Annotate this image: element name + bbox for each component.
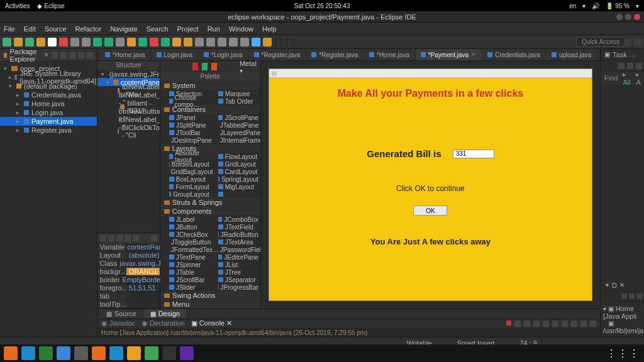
palette-item[interactable]: JLayeredPane (209, 129, 258, 136)
link-icon[interactable] (60, 52, 67, 58)
design-canvas[interactable]: Make All your Payments in a few clicks G… (261, 61, 600, 309)
laf-selector[interactable]: Metal ▾ (240, 61, 257, 74)
palette-item[interactable]: JSlider (160, 283, 209, 291)
toolbar-icon[interactable] (3, 38, 11, 47)
perspective-java-icon[interactable] (624, 38, 631, 46)
toolbar-icon[interactable] (127, 38, 136, 47)
menu-search[interactable]: Search (147, 25, 169, 33)
apps-grid-icon[interactable]: ⋮⋮⋮ (606, 348, 640, 359)
menu-help[interactable]: Help (262, 25, 277, 33)
tool-icon[interactable] (164, 63, 170, 70)
palette-item[interactable]: CardLayout (209, 168, 258, 175)
menu-refactor[interactable]: Refactor (75, 25, 102, 33)
menu-window[interactable]: Window (229, 25, 253, 33)
toolbar-icon[interactable] (218, 38, 226, 47)
palette-item[interactable]: JTextField (209, 223, 258, 231)
tree-item[interactable]: ▸Payment.java (0, 117, 97, 126)
palette-item[interactable]: JSpinner (160, 261, 209, 268)
editor-tab[interactable]: *Home.java (100, 49, 150, 60)
find-bar[interactable]: Find▸ All▸ A (601, 72, 644, 84)
debug-view-tab[interactable]: ✶ D ✕ (601, 280, 644, 291)
mini-icon[interactable] (618, 63, 625, 69)
palette-item[interactable]: JPasswordField (209, 246, 258, 253)
palette-group[interactable]: System (160, 81, 260, 90)
palette-item[interactable]: Marquee (209, 90, 258, 97)
remove-icon[interactable] (514, 321, 521, 327)
palette-item[interactable]: JPanel (160, 114, 209, 121)
editor-tab[interactable]: *Login.java (199, 49, 247, 60)
palette-item[interactable]: JRadioButton (209, 231, 258, 238)
editor-tab[interactable]: upload.java (547, 49, 596, 60)
clear-icon[interactable] (533, 321, 540, 327)
maximize-button[interactable] (625, 14, 631, 20)
menu-edit[interactable]: Edit (24, 25, 36, 33)
jframe-preview[interactable]: Make All your Payments in a few clicks G… (269, 69, 592, 301)
palette-item[interactable] (209, 190, 258, 198)
property-row[interactable]: Classjavax.swing.JP… (97, 260, 160, 268)
toolbar-icon[interactable] (93, 38, 102, 47)
tool-icon[interactable] (174, 63, 179, 70)
palette-item[interactable]: JFormattedTex… (160, 246, 209, 253)
prop-icon[interactable] (133, 235, 139, 241)
palette-item[interactable]: JLabel (160, 216, 209, 223)
palette-item[interactable]: JButton (160, 223, 209, 231)
goto-icon[interactable] (151, 235, 157, 241)
palette-item[interactable]: JEditorPane (209, 253, 258, 261)
palette-item[interactable]: JScrollPane (209, 114, 258, 121)
min-icon[interactable] (580, 321, 587, 327)
bill-field[interactable] (453, 150, 494, 158)
tool-icon[interactable] (183, 63, 189, 70)
menu-icon[interactable] (69, 52, 75, 58)
palette-item[interactable]: SpringLayout (209, 175, 258, 183)
toolbar-icon[interactable] (138, 38, 147, 47)
palette-item[interactable]: JTextArea (209, 238, 258, 246)
palette-item[interactable]: JList (209, 261, 258, 268)
battery-icon[interactable]: 🔋 95 % (606, 3, 630, 9)
menu-run[interactable]: Run (208, 25, 220, 33)
dock-app-icon[interactable] (109, 346, 123, 360)
palette-item[interactable]: JSeparator (209, 276, 258, 283)
palette-item[interactable]: JCheckBox (160, 231, 209, 238)
editor-tab[interactable]: *Payment.java ✕ (416, 49, 481, 60)
tab-design[interactable]: ▦ Design (144, 309, 186, 318)
mini-icon[interactable] (636, 293, 642, 299)
toolbar-icon[interactable] (14, 38, 23, 47)
palette-item[interactable]: JTree (209, 268, 258, 276)
dock-app-icon[interactable] (162, 346, 176, 360)
property-row[interactable]: Layout(absolute) (97, 251, 160, 260)
editor-tab[interactable]: Login.java (152, 49, 198, 60)
toolbar-icon[interactable] (104, 38, 113, 47)
tab-source[interactable]: ▦ Source (100, 309, 143, 318)
palette-item[interactable]: JToolBar (160, 129, 209, 136)
toolbar-icon[interactable] (116, 38, 125, 47)
scroll-icon[interactable] (543, 321, 549, 327)
toolbar-icon[interactable] (252, 38, 260, 47)
property-row[interactable]: foregro…51,51,51 (97, 284, 160, 292)
toolbar-icon[interactable] (206, 38, 215, 47)
menu-project[interactable]: Project (177, 25, 198, 33)
property-row[interactable]: borderEmptyBorder… (97, 276, 160, 284)
toolbar-icon[interactable] (59, 38, 68, 47)
palette-item[interactable]: JProgressBar (209, 283, 258, 291)
palette-group[interactable]: Menu (160, 300, 260, 309)
palette-group[interactable]: Containers (160, 105, 260, 114)
toolbar-icon[interactable] (150, 38, 158, 47)
palette-item[interactable]: BorderLayout (160, 160, 209, 168)
dock-app-icon[interactable] (127, 346, 141, 360)
palette-item[interactable]: JToggleButton (160, 238, 209, 246)
dock-app-icon[interactable] (180, 346, 194, 360)
palette-item[interactable]: JTabbedPane (209, 121, 258, 129)
display-icon[interactable] (562, 321, 568, 327)
toolbar-icon[interactable] (82, 38, 91, 47)
terminate-icon[interactable] (506, 321, 511, 326)
dock-app-icon[interactable] (39, 346, 53, 360)
editor-tab[interactable]: Credentials.java (482, 49, 545, 60)
toolbar-icon[interactable] (184, 38, 192, 47)
min-icon[interactable] (78, 52, 84, 58)
remove-all-icon[interactable] (524, 321, 530, 327)
close-icon[interactable]: ✕ (471, 52, 476, 58)
palette-item[interactable]: JSplitPane (160, 121, 209, 129)
perspective-other-icon[interactable] (634, 38, 641, 46)
copy-icon[interactable] (202, 63, 208, 70)
close-icon[interactable]: ✕ (43, 51, 49, 59)
